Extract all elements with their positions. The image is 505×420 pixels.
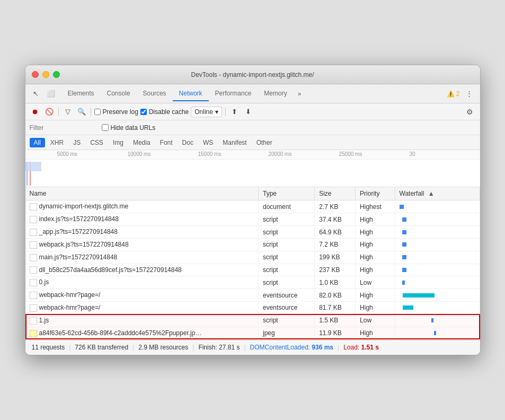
type-filter-media[interactable]: Media bbox=[129, 138, 155, 147]
warning-badge[interactable]: ⚠️ 2 bbox=[447, 90, 460, 98]
cell-type: script bbox=[259, 213, 315, 226]
chevron-down-icon: ▾ bbox=[215, 108, 218, 116]
image-file-icon bbox=[30, 330, 37, 337]
cell-name: 1.js bbox=[25, 314, 259, 327]
upload-icon[interactable]: ⬆ bbox=[229, 106, 241, 118]
cell-type: script bbox=[259, 276, 315, 289]
table-row[interactable]: dynamic-import-nextjs.glitch.medocument2… bbox=[25, 200, 480, 213]
type-filter-other[interactable]: Other bbox=[252, 138, 277, 147]
load-time: 1.51 s bbox=[361, 344, 379, 351]
disable-cache-checkbox[interactable] bbox=[140, 109, 147, 115]
record-button[interactable]: ⏺ bbox=[30, 106, 41, 118]
ruler-mark-6: 30 bbox=[410, 150, 480, 157]
cell-type: eventsource bbox=[259, 302, 315, 314]
cell-waterfall bbox=[395, 238, 480, 251]
cell-waterfall bbox=[395, 213, 480, 226]
waterfall-bar bbox=[403, 305, 413, 310]
tab-elements[interactable]: Elements bbox=[61, 86, 101, 101]
doc-file-icon bbox=[30, 317, 37, 325]
tab-performance[interactable]: Performance bbox=[209, 86, 258, 101]
search-icon[interactable]: 🔍 bbox=[76, 106, 87, 118]
maximize-button[interactable] bbox=[53, 71, 60, 78]
waterfall-bar-container bbox=[400, 253, 474, 261]
waterfall-bar-container bbox=[400, 203, 474, 211]
doc-file-icon bbox=[30, 279, 37, 286]
tab-sources[interactable]: Sources bbox=[137, 86, 173, 101]
table-row[interactable]: 0.jsscript1.0 KBLow bbox=[25, 276, 480, 289]
tab-more[interactable]: » bbox=[294, 87, 306, 101]
cell-size: 1.5 KB bbox=[315, 314, 356, 327]
table-row[interactable]: 1.jsscript1.5 KBLow bbox=[25, 314, 480, 327]
waterfall-bar-container bbox=[400, 216, 474, 223]
cell-size: 7.2 KB bbox=[315, 238, 356, 251]
table-row[interactable]: index.js?ts=1572270914848script37.4 KBHi… bbox=[25, 213, 480, 226]
hide-urls-checkbox[interactable] bbox=[102, 124, 109, 131]
cell-waterfall bbox=[395, 251, 480, 264]
type-filter-doc[interactable]: Doc bbox=[178, 138, 198, 147]
doc-file-icon bbox=[30, 254, 37, 261]
table-row[interactable]: a84f63e5-62cd-456b-89f4-c2adddc4e575%2Fp… bbox=[25, 327, 480, 339]
waterfall-bar bbox=[434, 331, 436, 335]
cell-size: 199 KB bbox=[315, 251, 356, 264]
tab-network[interactable]: Network bbox=[173, 86, 209, 101]
minimize-button[interactable] bbox=[42, 71, 49, 78]
cell-size: 11.9 KB bbox=[315, 327, 356, 339]
table-row[interactable]: dll_b58c257da4aa56d89cef.js?ts=157227091… bbox=[25, 264, 480, 276]
close-button[interactable] bbox=[32, 71, 39, 78]
type-filter-all[interactable]: All bbox=[30, 138, 45, 147]
waterfall-bar bbox=[402, 242, 406, 247]
doc-file-icon bbox=[30, 241, 37, 249]
clear-button[interactable]: 🚫 bbox=[43, 106, 55, 118]
cell-priority: High bbox=[356, 264, 395, 276]
device-icon[interactable]: ⬜ bbox=[45, 88, 57, 100]
header-name[interactable]: Name bbox=[25, 187, 259, 200]
waterfall-bar bbox=[403, 293, 435, 298]
cell-name: 0.js bbox=[25, 276, 259, 289]
header-waterfall[interactable]: Waterfall ▲ bbox=[395, 187, 480, 200]
download-icon[interactable]: ⬇ bbox=[243, 106, 254, 118]
table-row[interactable]: webpack.js?ts=1572270914848script7.2 KBH… bbox=[25, 238, 480, 251]
table-row[interactable]: main.js?ts=1572270914848script199 KBHigh bbox=[25, 251, 480, 264]
toolbar-separator-1 bbox=[58, 108, 59, 116]
type-filter-ws[interactable]: WS bbox=[199, 138, 217, 147]
type-filter-font[interactable]: Font bbox=[156, 138, 177, 147]
table-row[interactable]: webpack-hmr?page=/eventsource82.0 KBHigh bbox=[25, 289, 480, 302]
header-priority[interactable]: Priority bbox=[356, 187, 395, 200]
ruler-mark-2: 10000 ms bbox=[128, 150, 198, 157]
online-label: Online bbox=[194, 108, 213, 116]
preserve-log-checkbox[interactable] bbox=[94, 109, 101, 115]
cursor-icon[interactable]: ↖ bbox=[30, 88, 42, 100]
cell-size: 1.0 KB bbox=[315, 276, 356, 289]
header-type[interactable]: Type bbox=[259, 187, 315, 200]
cell-size: 81.7 KB bbox=[315, 302, 356, 314]
cell-priority: High bbox=[356, 226, 395, 239]
type-filter-manifest[interactable]: Manifest bbox=[218, 138, 251, 147]
type-filters: All XHR JS CSS Img Media Font Doc WS Man… bbox=[25, 135, 480, 150]
type-filter-xhr[interactable]: XHR bbox=[46, 138, 68, 147]
waterfall-bar bbox=[402, 230, 406, 234]
type-filter-css[interactable]: CSS bbox=[86, 138, 108, 147]
transferred-size: 726 KB transferred bbox=[75, 344, 128, 351]
tab-console[interactable]: Console bbox=[101, 86, 137, 101]
devtools-menu-icon[interactable]: ⋮ bbox=[463, 88, 476, 100]
ruler-mark-5: 25000 ms bbox=[339, 150, 410, 157]
filter-input[interactable] bbox=[30, 124, 93, 132]
filter-icon[interactable]: ▽ bbox=[62, 106, 74, 118]
resources-size: 2.9 MB resources bbox=[138, 344, 188, 351]
titlebar: DevTools - dynamic-import-nextjs.glitch.… bbox=[25, 65, 480, 84]
waterfall-bar-container bbox=[400, 279, 474, 286]
table-row[interactable]: _app.js?ts=1572270914848script64.9 KBHig… bbox=[25, 226, 480, 239]
table-header-row: Name Type Size Priority Waterfall ▲ bbox=[25, 187, 480, 200]
table-row[interactable]: webpack-hmr?page=/eventsource81.7 KBHigh bbox=[25, 302, 480, 314]
settings-icon[interactable]: ⚙ bbox=[464, 106, 476, 118]
ruler-mark-4: 20000 ms bbox=[269, 150, 339, 157]
warning-icon: ⚠️ bbox=[447, 90, 455, 98]
type-filter-js[interactable]: JS bbox=[69, 138, 85, 147]
type-filter-img[interactable]: Img bbox=[109, 138, 128, 147]
table-scroll[interactable]: Name Type Size Priority Waterfall ▲ dyna… bbox=[25, 187, 480, 339]
online-select[interactable]: Online ▾ bbox=[191, 107, 222, 117]
waterfall-bar-container bbox=[400, 266, 474, 274]
tab-memory[interactable]: Memory bbox=[258, 86, 293, 101]
header-size[interactable]: Size bbox=[315, 187, 356, 200]
sort-arrow-icon: ▲ bbox=[428, 190, 435, 197]
